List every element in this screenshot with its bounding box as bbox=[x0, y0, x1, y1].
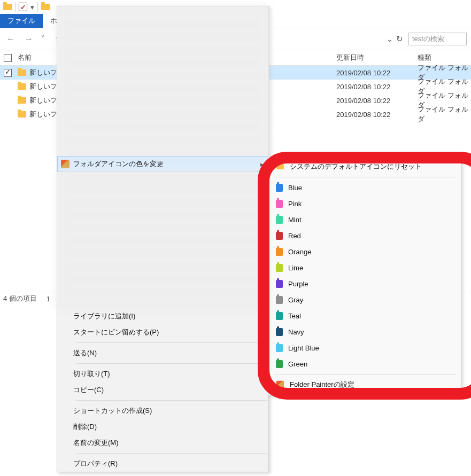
menu-separator bbox=[76, 363, 267, 364]
submenu-color-lime[interactable]: Lime bbox=[268, 260, 461, 276]
menu-delete[interactable]: 削除(D) bbox=[57, 419, 268, 435]
submenu-color-mint[interactable]: Mint bbox=[268, 212, 461, 228]
submenu-reset-default[interactable]: システムのデフォルトアイコンにリセット bbox=[268, 159, 461, 175]
color-label: Gray bbox=[288, 296, 303, 304]
cell-type: ファイル フォルダ bbox=[418, 105, 471, 124]
submenu-color-red[interactable]: Red bbox=[268, 228, 461, 244]
explorer-window: ✓ ▾ ファイル ホーム ← → ˅ ↑ ⌄ ↻ testの検索 名前 更新日時… bbox=[0, 0, 471, 476]
up-button[interactable]: ˅ bbox=[38, 34, 47, 44]
blurred-menu-section bbox=[57, 6, 268, 156]
submenu-color-green[interactable]: Green bbox=[268, 356, 461, 372]
menu-item-label: 削除(D) bbox=[73, 422, 268, 432]
color-label: Blue bbox=[288, 184, 302, 192]
chevron-down-icon[interactable]: ⌄ bbox=[387, 35, 393, 43]
submenu-item-label: システムのデフォルトアイコンにリセット bbox=[290, 162, 422, 171]
color-swatch-icon bbox=[276, 312, 283, 320]
menu-separator bbox=[76, 453, 267, 454]
color-label: Light Blue bbox=[288, 344, 319, 352]
color-swatch-icon bbox=[276, 216, 283, 224]
color-label: Pink bbox=[288, 200, 302, 208]
color-label: Navy bbox=[288, 328, 304, 336]
color-label: Lime bbox=[288, 264, 303, 272]
cell-date: 2019/02/08 10:22 bbox=[336, 111, 418, 119]
blurred-menu-section bbox=[57, 172, 268, 308]
menu-pin-to-start[interactable]: スタートにピン留めする(P) bbox=[57, 324, 268, 340]
folder-icon bbox=[276, 164, 284, 169]
tab-file[interactable]: ファイル bbox=[0, 14, 43, 28]
menu-item-label: ライブラリに追加(I) bbox=[73, 311, 268, 321]
menu-copy[interactable]: コピー(C) bbox=[57, 382, 268, 398]
folder-icon bbox=[18, 97, 26, 104]
color-label: Purple bbox=[288, 280, 308, 288]
menu-add-to-library[interactable]: ライブラリに追加(I) ▸ bbox=[57, 308, 268, 324]
submenu-color-orange[interactable]: Orange bbox=[268, 244, 461, 260]
color-swatch-icon bbox=[276, 184, 283, 192]
menu-rename[interactable]: 名前の変更(M) bbox=[57, 435, 268, 451]
folder-icon bbox=[18, 111, 26, 118]
menu-change-folder-color[interactable]: フォルダアイコンの色を変更 ▸ bbox=[57, 156, 268, 172]
color-swatch-icon bbox=[276, 328, 283, 336]
menu-item-label: 名前の変更(M) bbox=[73, 438, 268, 448]
color-submenu: システムのデフォルトアイコンにリセット BluePinkMintRedOrang… bbox=[268, 156, 461, 395]
menu-item-label: スタートにピン留めする(P) bbox=[73, 327, 268, 337]
context-menu: フォルダアイコンの色を変更 ▸ ライブラリに追加(I) ▸ スタートにピン留めす… bbox=[57, 6, 269, 472]
menu-item-label: フォルダアイコンの色を変更 bbox=[73, 159, 268, 169]
submenu-color-blue[interactable]: Blue bbox=[268, 180, 461, 196]
chevron-right-icon: ▸ bbox=[260, 160, 264, 168]
color-swatch-icon bbox=[276, 344, 283, 352]
menu-item-label: 切り取り(T) bbox=[73, 369, 268, 379]
submenu-color-gray[interactable]: Gray bbox=[268, 292, 461, 308]
cell-date: 2019/02/08 10:22 bbox=[336, 97, 418, 105]
color-swatch-icon bbox=[276, 248, 283, 256]
item-count: 4 個の項目 bbox=[3, 294, 37, 303]
back-button[interactable]: ← bbox=[4, 34, 17, 44]
pin-icon[interactable]: ▾ bbox=[30, 3, 34, 11]
forward-button[interactable]: → bbox=[22, 34, 35, 44]
color-swatch-icon bbox=[276, 264, 283, 272]
menu-create-shortcut[interactable]: ショートカットの作成(S) bbox=[57, 403, 268, 419]
row-checkbox[interactable]: ✓ bbox=[0, 69, 15, 77]
color-swatch-icon bbox=[276, 232, 283, 240]
menu-send-to[interactable]: 送る(N) ▸ bbox=[57, 345, 268, 361]
header-date[interactable]: 更新日時 bbox=[336, 53, 418, 63]
color-label: Orange bbox=[288, 248, 311, 256]
brush-icon bbox=[276, 381, 284, 388]
menu-item-label: ショートカットの作成(S) bbox=[73, 406, 268, 416]
chevron-right-icon: ▸ bbox=[260, 349, 264, 357]
checkbox-icon[interactable]: ✓ bbox=[19, 3, 27, 11]
submenu-item-label: Folder Painterの設定 bbox=[290, 380, 354, 389]
color-label: Teal bbox=[288, 312, 301, 320]
chevron-right-icon: ▸ bbox=[260, 313, 264, 321]
menu-properties[interactable]: プロパティ(R) bbox=[57, 456, 268, 472]
divider bbox=[37, 2, 38, 12]
color-swatch-icon bbox=[276, 200, 283, 208]
submenu-color-teal[interactable]: Teal bbox=[268, 308, 461, 324]
divider bbox=[15, 2, 16, 12]
menu-separator bbox=[76, 400, 267, 401]
selection-count: 1 bbox=[47, 295, 50, 303]
folder-icon bbox=[18, 83, 26, 90]
menu-separator bbox=[274, 177, 455, 177]
submenu-color-purple[interactable]: Purple bbox=[268, 276, 461, 292]
submenu-folder-painter-settings[interactable]: Folder Painterの設定 bbox=[268, 377, 461, 393]
color-label: Green bbox=[288, 360, 307, 368]
cell-date: 2019/02/08 10:22 bbox=[336, 83, 418, 91]
submenu-color-pink[interactable]: Pink bbox=[268, 196, 461, 212]
submenu-color-light-blue[interactable]: Light Blue bbox=[268, 340, 461, 356]
search-input[interactable]: testの検索 bbox=[408, 33, 467, 45]
brush-icon bbox=[61, 160, 70, 168]
menu-separator bbox=[76, 342, 267, 343]
menu-cut[interactable]: 切り取り(T) bbox=[57, 366, 268, 382]
color-label: Red bbox=[288, 232, 301, 240]
select-all-checkbox[interactable] bbox=[0, 54, 15, 62]
cell-date: 2019/02/08 10:22 bbox=[336, 69, 418, 77]
menu-item-label: プロパティ(R) bbox=[73, 459, 268, 469]
color-swatch-icon bbox=[276, 296, 283, 304]
refresh-button[interactable]: ↻ bbox=[396, 34, 403, 44]
folder-icon bbox=[41, 4, 50, 10]
submenu-color-navy[interactable]: Navy bbox=[268, 324, 461, 340]
menu-separator bbox=[274, 374, 455, 374]
header-type[interactable]: 種類 bbox=[418, 53, 471, 63]
color-swatch-icon bbox=[276, 360, 283, 368]
color-swatch-icon bbox=[276, 280, 283, 288]
